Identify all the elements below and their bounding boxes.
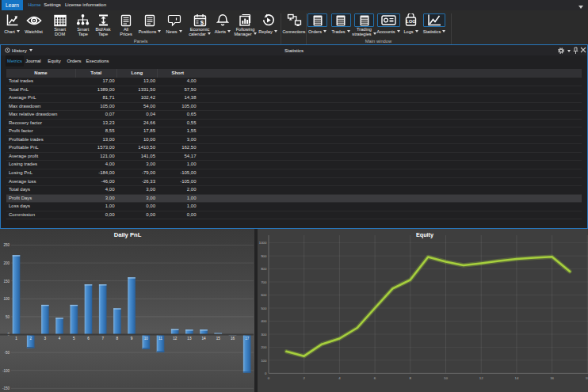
svg-text:5: 5 (73, 337, 75, 341)
svg-text:16: 16 (550, 376, 554, 380)
svg-text:2: 2 (29, 337, 32, 341)
svg-text:8: 8 (116, 337, 119, 341)
svg-text:$: $ (200, 19, 204, 26)
svg-text:1000: 1000 (258, 241, 266, 245)
svg-text:900: 900 (261, 254, 267, 258)
svg-text:200: 200 (3, 261, 10, 265)
svg-text:7: 7 (101, 337, 104, 341)
svg-text:4: 4 (59, 337, 61, 341)
svg-text:18: 18 (585, 376, 588, 380)
svg-text:150: 150 (3, 280, 10, 284)
svg-text:3: 3 (44, 337, 47, 341)
svg-text:12: 12 (479, 376, 483, 380)
svg-text:100: 100 (261, 359, 267, 363)
svg-text:1: 1 (15, 337, 17, 341)
svg-text:300: 300 (261, 333, 267, 337)
svg-text:13: 13 (187, 337, 192, 341)
svg-text:8: 8 (409, 376, 411, 380)
svg-text:14: 14 (514, 376, 518, 380)
svg-text:15: 15 (216, 337, 221, 341)
svg-text:800: 800 (261, 267, 267, 271)
svg-text:200: 200 (261, 345, 267, 349)
svg-text:16: 16 (231, 337, 235, 341)
svg-text:9: 9 (131, 337, 133, 341)
svg-text:250: 250 (3, 243, 10, 247)
svg-text:6: 6 (373, 376, 376, 380)
svg-text:500: 500 (261, 306, 267, 310)
svg-text:Equity: Equity (416, 231, 433, 238)
svg-text:4: 4 (338, 376, 341, 380)
svg-text:50: 50 (6, 315, 10, 319)
svg-text:14: 14 (202, 337, 207, 341)
svg-text:0: 0 (265, 371, 267, 375)
svg-text:Daily PnL: Daily PnL (114, 231, 142, 238)
svg-text:10: 10 (444, 376, 448, 380)
svg-text:-150: -150 (2, 386, 10, 390)
svg-text:12: 12 (173, 337, 178, 341)
svg-text:-100: -100 (2, 369, 10, 373)
svg-text:2: 2 (303, 376, 305, 380)
svg-text:10: 10 (144, 337, 149, 341)
svg-text:400: 400 (261, 319, 267, 323)
svg-text:700: 700 (261, 280, 267, 284)
svg-text:100: 100 (3, 297, 10, 301)
svg-text:-50: -50 (4, 351, 10, 355)
svg-text:LOG: LOG (407, 19, 416, 24)
svg-text:6: 6 (87, 337, 90, 341)
svg-text:17: 17 (245, 337, 250, 341)
svg-text:600: 600 (261, 293, 267, 297)
svg-text:11: 11 (158, 337, 162, 341)
svg-text:0: 0 (267, 376, 269, 380)
